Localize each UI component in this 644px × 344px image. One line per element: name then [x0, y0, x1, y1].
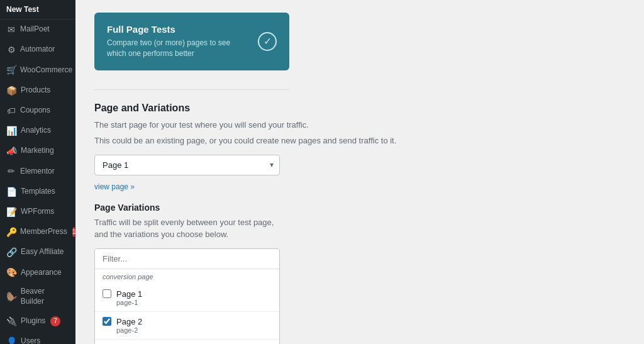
- plugins-badge: 7: [50, 316, 60, 326]
- variation-checkbox-page-2[interactable]: [103, 317, 111, 326]
- wpforms-icon: 📝: [6, 206, 17, 218]
- sidebar-item-label-products: Products: [21, 86, 50, 96]
- sidebar-item-beaver-builder[interactable]: 🦫Beaver Builder: [0, 282, 75, 311]
- woocommerce-icon: 🛒: [6, 64, 16, 75]
- analytics-icon: 📊: [6, 125, 17, 136]
- page-variations-title: Page Variations: [94, 203, 625, 213]
- variation-label-page-1: Page 1: [116, 289, 142, 299]
- list-item: Page 1page-1: [95, 284, 279, 312]
- page-variations-desc: Traffic will be split evenly between you…: [94, 216, 280, 241]
- elementor-icon: ✏: [6, 165, 16, 177]
- sidebar-item-label-automator: Automator: [20, 45, 55, 55]
- sidebar-item-label-woocommerce: WooCommerce: [20, 65, 72, 75]
- fpt-card-text: Full Page Tests Compare two (or more) pa…: [107, 24, 249, 59]
- templates-icon: 📄: [6, 186, 17, 197]
- variation-box: conversion page Page 1page-1Page 2page-2…: [94, 248, 280, 344]
- sidebar-item-plugins[interactable]: 🔌Plugins7: [0, 311, 75, 331]
- sidebar-item-mailpoet[interactable]: ✉MailPoet: [0, 19, 75, 40]
- sidebar: New Test ✉MailPoet⚙Automator🛒WooCommerce…: [0, 0, 75, 344]
- page-and-variations-desc1: The start page for your test where you w…: [94, 119, 625, 131]
- list-item: AB Split Testab-split-test: [95, 340, 279, 344]
- sidebar-item-easy-affiliate[interactable]: 🔗Easy Affiliate: [0, 242, 75, 262]
- sidebar-item-templates[interactable]: 📄Templates: [0, 182, 75, 202]
- sidebar-item-label-plugins: Plugins: [21, 316, 45, 326]
- page-and-variations-title: Page and Variations: [94, 103, 625, 114]
- plugins-icon: 🔌: [6, 316, 17, 327]
- users-icon: 👤: [6, 336, 17, 344]
- full-page-tests-card[interactable]: Full Page Tests Compare two (or more) pa…: [94, 13, 289, 70]
- easy-affiliate-icon: 🔗: [6, 247, 17, 258]
- variation-row-page-2: Page 2: [103, 317, 272, 326]
- section-divider: [94, 89, 289, 90]
- appearance-icon: 🎨: [6, 267, 17, 278]
- view-page-link[interactable]: view page »: [94, 182, 135, 191]
- sidebar-item-label-marketing: Marketing: [21, 146, 54, 156]
- list-item: Page 2page-2: [95, 312, 279, 340]
- sidebar-item-analytics[interactable]: 📊Analytics: [0, 121, 75, 141]
- beaver-builder-icon: 🦫: [6, 291, 17, 302]
- sidebar-item-wpforms[interactable]: 📝WPForms: [0, 202, 75, 222]
- main-content: Full Page Tests Compare two (or more) pa…: [75, 0, 644, 344]
- sidebar-item-label-appearance: Appearance: [21, 268, 62, 278]
- marketing-icon: 📣: [6, 145, 17, 157]
- sidebar-item-label-analytics: Analytics: [21, 126, 51, 136]
- sidebar-item-users[interactable]: 👤Users: [0, 331, 75, 344]
- sidebar-item-marketing[interactable]: 📣Marketing: [0, 141, 75, 161]
- variation-label-page-2: Page 2: [116, 317, 142, 326]
- sidebar-item-label-templates: Templates: [21, 187, 55, 197]
- variation-slug-page-2: page-2: [116, 326, 272, 334]
- sidebar-item-automator[interactable]: ⚙Automator: [0, 40, 75, 60]
- variation-row-page-1: Page 1: [103, 289, 272, 299]
- sidebar-item-label-easy-affiliate: Easy Affiliate: [21, 247, 64, 257]
- sidebar-item-woocommerce[interactable]: 🛒WooCommerce: [0, 60, 75, 80]
- fpt-check-icon: ✓: [258, 32, 277, 51]
- sidebar-item-label-memberpress: MemberPress: [20, 227, 67, 237]
- sidebar-item-label-coupons: Coupons: [20, 106, 50, 116]
- sidebar-item-elementor[interactable]: ✏Elementor: [0, 161, 75, 181]
- sidebar-item-products[interactable]: 📦Products: [0, 80, 75, 101]
- variation-checkbox-page-1[interactable]: [103, 289, 111, 298]
- sidebar-item-coupons[interactable]: 🏷Coupons: [0, 101, 75, 121]
- sidebar-item-label-wpforms: WPForms: [21, 207, 54, 217]
- sidebar-item-memberpress[interactable]: 🔑MemberPress1: [0, 222, 75, 242]
- memberpress-icon: 🔑: [6, 226, 16, 238]
- sidebar-item-label-elementor: Elementor: [20, 167, 55, 177]
- page-select[interactable]: Page 1Page 2ContactAbout: [94, 155, 280, 175]
- sidebar-item-label-mailpoet: MailPoet: [20, 25, 50, 35]
- fpt-card-description: Compare two (or more) pages to see which…: [107, 38, 249, 59]
- page-and-variations-desc2: This could be an existing page, or you c…: [94, 135, 625, 147]
- cut-text: conversion page: [95, 269, 279, 284]
- coupons-icon: 🏷: [6, 105, 16, 116]
- sidebar-header: New Test: [0, 0, 75, 19]
- fpt-card-title: Full Page Tests: [107, 24, 249, 35]
- automator-icon: ⚙: [6, 44, 16, 55]
- mailpoet-icon: ✉: [6, 24, 16, 35]
- page-select-wrapper: Page 1Page 2ContactAbout ▾: [94, 155, 280, 175]
- variation-slug-page-1: page-1: [116, 299, 272, 306]
- products-icon: 📦: [6, 85, 17, 96]
- sidebar-item-label-beaver-builder: Beaver Builder: [21, 287, 69, 306]
- sidebar-item-label-users: Users: [21, 336, 40, 344]
- sidebar-item-appearance[interactable]: 🎨Appearance: [0, 262, 75, 282]
- filter-input[interactable]: [95, 249, 279, 269]
